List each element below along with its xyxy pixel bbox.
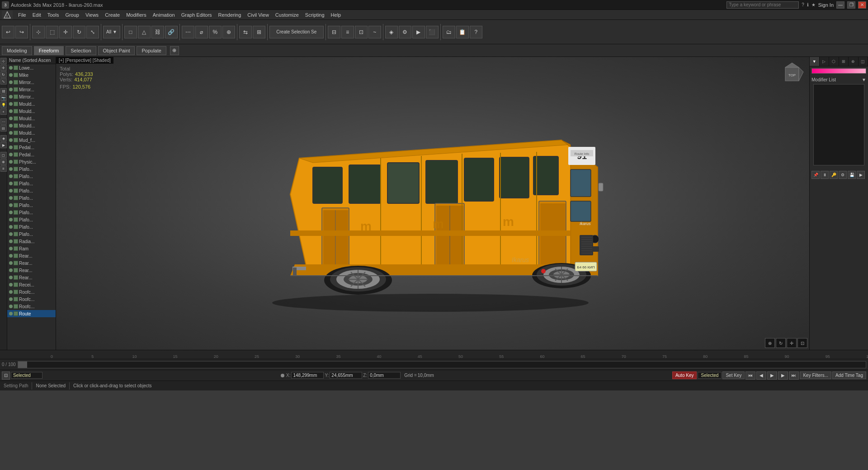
y-value[interactable]: 24,655mm [330,372,362,379]
tool-material[interactable]: ◈ [0,135,7,141]
viewport-pan-button[interactable]: ✛ [787,338,797,348]
scene-item[interactable]: Plafo... [7,230,56,238]
unlink-button[interactable]: 🔗 [165,26,178,38]
modifier-settings-button[interactable]: ⚙ [839,171,847,179]
geometry-button[interactable]: □ [124,26,137,38]
menu-edit[interactable]: Edit [30,11,44,19]
scene-item[interactable]: Roofc... [7,296,56,303]
scene-item[interactable]: Mud_f... [7,136,56,144]
ribbon-button[interactable]: ⊡ [355,26,368,38]
rp-tab-create[interactable]: ▼ [810,57,820,66]
scene-item[interactable]: Radia... [7,238,56,245]
add-time-tag-button[interactable]: Add Time Tag [832,371,866,379]
tool-misc2[interactable]: ⊕ [0,159,7,165]
timeline-thumb[interactable] [18,362,27,368]
z-value[interactable]: 0,0mm [368,372,401,379]
minimap-button[interactable]: ⊡ [2,371,10,380]
scene-item[interactable]: Mould... [7,100,56,108]
spinner-snap-button[interactable]: ⊕ [222,26,235,38]
scene-item[interactable]: Plafo... [7,223,56,230]
scene-item[interactable]: Plafo... [7,180,56,187]
key-filters-button[interactable]: Key Filters... [800,371,831,379]
next-key-button[interactable]: ▶ [778,371,788,380]
rp-tab-hierarchy[interactable]: ⬡ [829,57,839,66]
viewport-zoom-button[interactable]: ⊕ [765,338,775,348]
menu-group[interactable]: Group [62,11,82,19]
rp-tab-motion[interactable]: ⊞ [839,57,849,66]
scene-item[interactable]: Route [7,310,56,317]
align-button[interactable]: ⊟ [328,26,340,38]
tool-scale[interactable]: ⤡ [0,78,7,85]
viewport-maximize-button[interactable]: ⊡ [797,338,807,348]
menu-animation[interactable]: Animation [150,11,178,19]
scene-item[interactable]: Mould... [7,108,56,115]
menu-file[interactable]: File [15,11,29,19]
scene-item[interactable]: Rear... [7,274,56,281]
tool-align[interactable]: ⊟ [0,125,7,132]
scene-explorer-button[interactable]: 🗂 [443,26,455,38]
menu-civil-view[interactable]: Civil View [245,11,271,19]
rp-tab-display[interactable]: ⊕ [849,57,859,66]
scene-item[interactable]: Plafo... [7,216,56,223]
rp-tab-modify[interactable]: ▷ [820,57,830,66]
menu-views[interactable]: Views [83,11,101,19]
scene-item[interactable]: Rear... [7,252,56,259]
rp-tab-utilities[interactable]: ◫ [859,57,868,66]
tool-misc1[interactable]: ◻ [0,152,7,158]
menu-tools[interactable]: Tools [45,11,62,19]
tab-object-paint[interactable]: Object Paint [98,46,135,55]
link-button[interactable]: ⛓ [151,26,164,38]
tool-camera[interactable]: 📷 [0,95,7,101]
viewport-orbit-button[interactable]: ↻ [776,338,786,348]
tool-rotate[interactable]: ↻ [0,71,7,78]
menu-graph-editors[interactable]: Graph Editors [179,11,215,19]
scene-item[interactable]: Plafo... [7,194,56,202]
timeline-track[interactable] [18,361,866,368]
select-button[interactable]: ⊹ [32,26,45,38]
modifier-nav-button[interactable]: ▶ [857,171,865,179]
scene-item[interactable]: Roofc... [7,288,56,296]
close-button[interactable]: ✕ [858,1,866,9]
scene-item[interactable]: Plafo... [7,187,56,194]
shapes-button[interactable]: △ [138,26,151,38]
view-cube[interactable]: TOP [778,61,806,88]
scene-item[interactable]: Pedal... [7,144,56,151]
scale-button[interactable]: ⤡ [86,26,99,38]
filter-dropdown[interactable]: All ▼ [103,26,120,38]
move-button[interactable]: ✛ [59,26,72,38]
menu-customize[interactable]: Customize [273,11,302,19]
scene-item[interactable]: Lowe... [7,64,56,71]
snap-button[interactable]: ⋯ [182,26,194,38]
scene-item[interactable]: Plafo... [7,209,56,216]
layer-manager-button[interactable]: 📋 [456,26,469,38]
quick-render-button[interactable]: ⬛ [426,26,439,38]
menu-create[interactable]: Create [102,11,123,19]
ribbon-options-button[interactable]: ⊕ [170,46,179,55]
rotate-button[interactable]: ↻ [73,26,85,38]
tool-move[interactable]: ✛ [0,65,7,71]
layer-button[interactable]: ≡ [341,26,354,38]
prev-frame-button[interactable]: ⏮ [745,371,755,380]
scene-item[interactable]: Roofc... [7,303,56,310]
mirror-button[interactable]: ⇆ [239,26,252,38]
scene-item[interactable]: Mirror... [7,93,56,100]
scene-item[interactable]: Mirror... [7,86,56,93]
modifier-dropdown-arrow[interactable]: ▼ [862,77,866,82]
play-button[interactable]: ▶ [767,371,777,380]
scene-item[interactable]: Rear... [7,267,56,274]
menu-help[interactable]: Help [328,11,344,19]
tool-light[interactable]: 💡 [0,102,7,108]
x-value[interactable]: 148,299mm [291,372,324,379]
redo-button[interactable]: ↪ [15,26,28,38]
scene-item[interactable]: Mould... [7,129,56,136]
scene-item[interactable]: Pedal... [7,151,56,158]
undo-button[interactable]: ↩ [2,26,14,38]
menu-modifiers[interactable]: Modifiers [123,11,149,19]
menu-scripting[interactable]: Scripting [302,11,327,19]
tab-modeling[interactable]: Modeling [2,46,32,55]
create-selection-set[interactable]: Create Selection Se [269,26,324,38]
modifier-pause-button[interactable]: ⏸ [821,171,829,179]
scene-item[interactable]: Mould... [7,115,56,122]
tool-helper[interactable]: + [0,108,7,115]
modifier-key-button[interactable]: 🔑 [830,171,838,179]
